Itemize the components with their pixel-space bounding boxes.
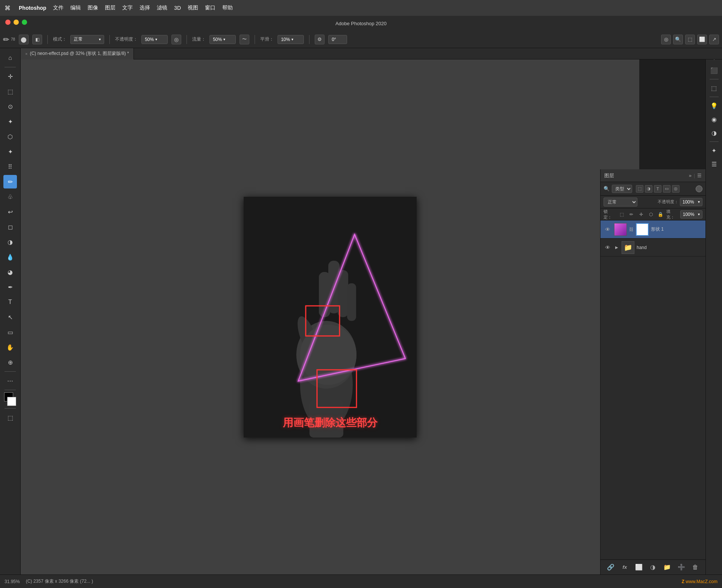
close-button[interactable] [5, 20, 11, 25]
light-icon[interactable]: 💡 [708, 100, 720, 111]
search-icon[interactable]: 🔍 [673, 35, 683, 44]
filter-smart-btn[interactable]: ◎ [672, 185, 680, 193]
filter-text-btn[interactable]: T [654, 185, 661, 193]
filter-shape-btn[interactable]: ▭ [663, 185, 670, 193]
watermark: Z www.MacZ.com [682, 579, 717, 584]
tool-more[interactable]: ⋯ [3, 374, 17, 387]
background-color[interactable] [7, 397, 16, 406]
tool-zoom[interactable]: ⊕ [3, 356, 17, 369]
tool-blur[interactable]: 💧 [3, 250, 17, 264]
layers-type-dropdown[interactable]: 类型 [612, 185, 632, 193]
menu-edit[interactable]: 编辑 [70, 5, 81, 11]
share-icon[interactable]: ↗ [709, 35, 719, 44]
angle-value[interactable]: 0° [328, 35, 347, 44]
tool-clone[interactable]: ♧ [3, 190, 17, 204]
tool-history-brush[interactable]: ↩ [3, 205, 17, 219]
tool-lasso[interactable]: ⊙ [3, 100, 17, 113]
layer-fx-btn[interactable]: fx [619, 562, 630, 573]
layer-item-shape1[interactable]: 👁 ⛓ 形状 1 [601, 220, 705, 239]
menu-3d[interactable]: 3D [174, 5, 181, 11]
brush-settings-icon[interactable]: ◑ [708, 127, 720, 138]
tool-text[interactable]: T [3, 295, 17, 309]
3d-icon[interactable]: ✦ [708, 145, 720, 156]
layer-mask-btn[interactable]: ⬜ [634, 562, 644, 573]
tool-separator-2 [5, 371, 16, 372]
tool-brush[interactable]: ✏ [3, 175, 17, 188]
settings-icon[interactable]: ⚙ [315, 35, 325, 44]
mode-dropdown[interactable]: 正常 ▾ [70, 35, 104, 44]
lock-checkerboard-btn[interactable]: ⬚ [618, 211, 626, 218]
filter-adjust-btn[interactable]: ◑ [645, 185, 652, 193]
color-wheel-icon[interactable]: ◉ [708, 114, 720, 125]
tool-screen-mode[interactable]: ⬚ [3, 411, 17, 424]
tool-eraser[interactable]: ◻ [3, 220, 17, 234]
layer-item-hand[interactable]: 👁 ▶ 📁 hand [601, 239, 705, 257]
minimize-button[interactable] [14, 20, 19, 25]
layer-mask-shape1[interactable] [636, 223, 649, 236]
tool-object-select[interactable]: ✦ [3, 115, 17, 128]
menu-layer[interactable]: 图层 [105, 5, 115, 11]
tool-marquee[interactable]: ⬚ [3, 85, 17, 98]
layer-comps-icon[interactable]: ⬚ [708, 82, 720, 94]
opacity-value[interactable]: 50% ▾ [141, 35, 168, 44]
layers-expand-btn[interactable]: » [689, 173, 692, 178]
tool-pen[interactable]: ✒ [3, 280, 17, 294]
tool-home[interactable]: ⌂ [3, 51, 17, 65]
libraries-icon[interactable]: ⬛ [708, 65, 720, 76]
menu-help[interactable]: 帮助 [222, 5, 233, 11]
lock-artboard-btn[interactable]: ⬡ [647, 211, 655, 218]
menu-photoshop[interactable]: Photoshop [19, 5, 46, 11]
menu-select[interactable]: 选择 [140, 5, 150, 11]
menu-file[interactable]: 文件 [53, 5, 64, 11]
tool-eyedropper[interactable]: ✦ [3, 145, 17, 158]
document-tab[interactable]: × (C) neon-effect.psd @ 32% (形状 1, 图层蒙版/… [21, 48, 134, 59]
pressure-icon[interactable]: ◎ [661, 35, 671, 44]
filter-pixel-btn[interactable]: ⬚ [636, 185, 643, 193]
tool-gradient[interactable]: ◑ [3, 235, 17, 249]
smooth-icon[interactable]: 〜 [240, 35, 249, 44]
tool-hand[interactable]: ✋ [3, 340, 17, 354]
layout-icon[interactable]: ⬚ [685, 35, 695, 44]
brush-preset-picker[interactable]: ⬤ [19, 35, 29, 44]
tool-dodge[interactable]: ◕ [3, 265, 17, 279]
tool-healing[interactable]: ⠿ [3, 160, 17, 173]
menu-view[interactable]: 视图 [188, 5, 198, 11]
menu-window[interactable]: 窗口 [205, 5, 215, 11]
layers-filter-toggle[interactable] [696, 185, 702, 192]
fill-value[interactable]: 100% ▾ [680, 210, 702, 219]
smoothing-value[interactable]: 10% ▾ [278, 35, 304, 44]
tool-move[interactable]: ✛ [3, 70, 17, 83]
menu-image[interactable]: 图像 [88, 5, 98, 11]
canvas-area[interactable]: 用画笔删除这些部分 [21, 59, 639, 574]
lock-all-btn[interactable]: 🔒 [657, 211, 664, 218]
layer-expand-hand[interactable]: ▶ [614, 245, 619, 250]
layer-visibility-shape1[interactable]: 👁 [604, 225, 612, 234]
blend-mode-dropdown[interactable]: 正常 [604, 198, 637, 207]
menu-text[interactable]: 文字 [122, 5, 133, 11]
layer-adjustment-btn[interactable]: ◑ [648, 562, 658, 573]
layer-link-btn[interactable]: 🔗 [605, 562, 616, 573]
expand-icon[interactable]: ⬜ [697, 35, 707, 44]
flow-value[interactable]: 50% ▾ [209, 35, 236, 44]
layer-delete-btn[interactable]: 🗑 [690, 562, 701, 573]
tool-shape[interactable]: ▭ [3, 325, 17, 339]
brush-icon[interactable]: ✏ [3, 35, 9, 44]
tool-crop[interactable]: ⬡ [3, 130, 17, 143]
layer-group-btn[interactable]: 📁 [662, 562, 672, 573]
lock-move-btn[interactable]: ✛ [637, 211, 645, 218]
layers-menu-btn[interactable]: ☰ [697, 173, 702, 178]
tool-path-selection[interactable]: ↖ [3, 310, 17, 324]
lock-brush-btn[interactable]: ✏ [628, 211, 635, 218]
layer-visibility-hand[interactable]: 👁 [604, 243, 612, 252]
layer-new-btn[interactable]: ➕ [676, 562, 687, 573]
menu-filter[interactable]: 滤镜 [157, 5, 167, 11]
maximize-button[interactable] [22, 20, 27, 25]
brush-mode-icon[interactable]: ◧ [32, 35, 42, 44]
color-picker[interactable] [3, 392, 17, 406]
tab-close-button[interactable]: × [25, 52, 27, 56]
airbrush-icon[interactable]: ◎ [171, 35, 181, 44]
opacity-value[interactable]: 100% ▾ [680, 198, 702, 206]
layers-icon[interactable]: ☰ [708, 158, 720, 170]
layers-panel-header: 图层 » | ☰ [601, 169, 705, 182]
apple-menu[interactable]: ⌘ [5, 5, 11, 12]
